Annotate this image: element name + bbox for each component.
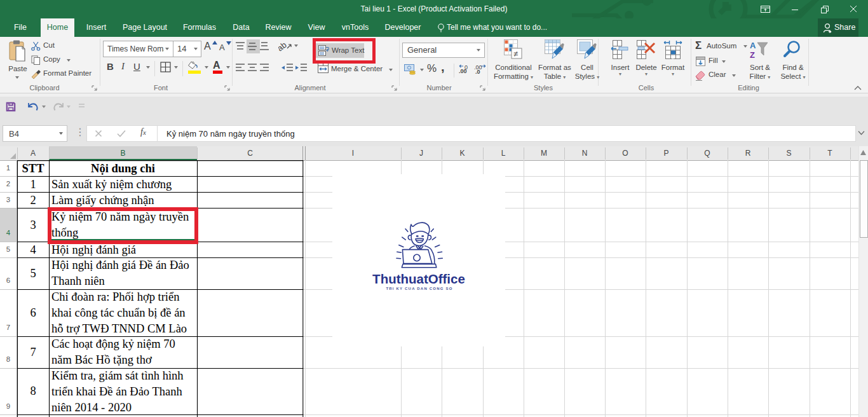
svg-text:TRI KY CUA DAN CONG SO: TRI KY CUA DAN CONG SO (386, 287, 452, 291)
svg-text:ab: ab (278, 41, 288, 52)
svg-text:.0: .0 (475, 69, 480, 74)
svg-text:ThuthuatOffice: ThuthuatOffice (372, 271, 465, 286)
svg-text:0: 0 (465, 64, 468, 71)
svg-text:A: A (750, 41, 756, 50)
svg-text:Z: Z (750, 50, 755, 59)
svg-text:≠: ≠ (513, 49, 518, 58)
